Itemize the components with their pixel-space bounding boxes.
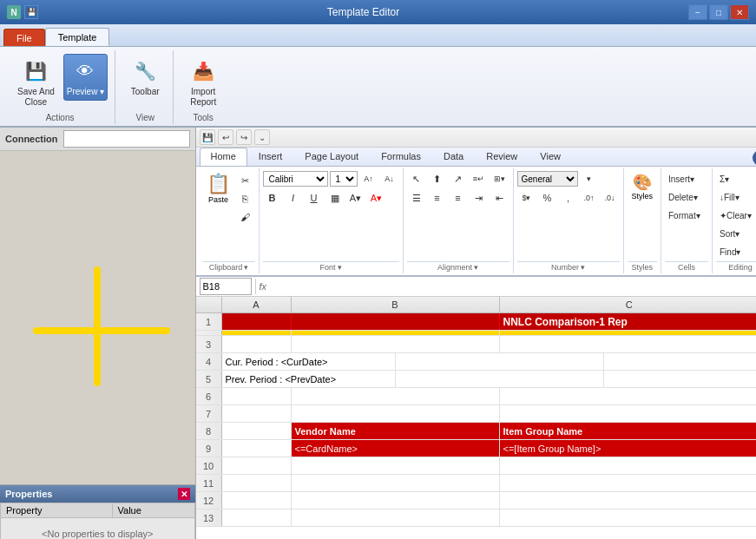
cell-6a[interactable] bbox=[222, 388, 292, 404]
close-button[interactable]: ✕ bbox=[730, 4, 749, 20]
fill-btn[interactable]: ↓Fill▾ bbox=[716, 188, 756, 206]
font-color-button[interactable]: A▾ bbox=[367, 189, 386, 207]
bold-button[interactable]: B bbox=[263, 189, 282, 207]
cell-5a[interactable]: Prev. Period : <PrevDate> bbox=[222, 371, 396, 387]
import-report-button[interactable]: 📥 ImportReport bbox=[182, 54, 224, 111]
border-button[interactable]: ▦ bbox=[325, 189, 345, 207]
cell-5c[interactable] bbox=[604, 371, 757, 387]
cell-9c[interactable]: <=[Item Group Name]> bbox=[500, 440, 757, 457]
increase-font-btn[interactable]: A↑ bbox=[359, 170, 378, 187]
cell-5b[interactable] bbox=[396, 371, 604, 387]
connection-input[interactable] bbox=[63, 130, 190, 148]
align-top-right-btn[interactable]: ↗ bbox=[449, 170, 468, 187]
properties-close-button[interactable]: ✕ bbox=[178, 488, 190, 500]
cell-reference-box[interactable]: B18 bbox=[200, 278, 252, 295]
find-select-btn[interactable]: Find▾ bbox=[716, 243, 756, 260]
delete-cells-btn[interactable]: Delete▾ bbox=[665, 188, 708, 206]
cell-3a[interactable] bbox=[222, 336, 292, 352]
excel-tab-review[interactable]: Review bbox=[475, 148, 529, 166]
cell-1c[interactable]: NNLC Comparison-1 Rep bbox=[500, 313, 757, 330]
number-format-btn[interactable]: ▾ bbox=[580, 170, 599, 187]
underline-button[interactable]: U bbox=[305, 189, 324, 207]
cell-2a[interactable] bbox=[222, 331, 292, 335]
cell-6b[interactable] bbox=[292, 388, 500, 404]
excel-redo-btn[interactable]: ↪ bbox=[236, 129, 252, 145]
paste-button[interactable]: 📋 Paste bbox=[203, 170, 234, 207]
cell-11a[interactable] bbox=[222, 475, 292, 491]
cell-8a[interactable] bbox=[222, 423, 292, 439]
fill-color-button[interactable]: A▾ bbox=[346, 189, 365, 207]
italic-button[interactable]: I bbox=[284, 189, 303, 207]
align-right-btn[interactable]: ≡ bbox=[449, 189, 468, 207]
cell-12a[interactable] bbox=[222, 492, 292, 509]
excel-undo-btn[interactable]: ↩ bbox=[218, 129, 233, 145]
align-center-btn[interactable]: ≡ bbox=[428, 189, 447, 207]
quick-save-icon[interactable]: 💾 bbox=[24, 5, 38, 19]
excel-tab-formulas[interactable]: Formulas bbox=[370, 148, 432, 166]
cell-7c[interactable] bbox=[500, 405, 757, 422]
cell-2c[interactable] bbox=[500, 331, 757, 335]
indent-btn[interactable]: ⇥ bbox=[470, 189, 489, 207]
number-format-select[interactable]: General bbox=[517, 171, 578, 187]
cell-6c[interactable] bbox=[500, 388, 757, 404]
excel-help-button[interactable]: ? bbox=[753, 150, 756, 166]
excel-tab-view[interactable]: View bbox=[529, 148, 572, 166]
align-top-left-btn[interactable]: ↖ bbox=[407, 170, 426, 187]
cell-10b[interactable] bbox=[292, 457, 500, 474]
preview-button[interactable]: 👁 Preview ▾ bbox=[63, 54, 108, 101]
cell-13b[interactable] bbox=[292, 509, 500, 526]
tab-file[interactable]: File bbox=[3, 29, 45, 46]
tab-template[interactable]: Template bbox=[45, 28, 110, 46]
cell-11b[interactable] bbox=[292, 475, 500, 491]
decrease-font-btn[interactable]: A↓ bbox=[380, 170, 399, 187]
format-cells-btn[interactable]: Format▾ bbox=[665, 207, 708, 224]
cell-10a[interactable] bbox=[222, 457, 292, 474]
font-size-select[interactable]: 11 bbox=[330, 171, 358, 187]
cell-2b[interactable] bbox=[292, 331, 500, 335]
excel-expand-btn[interactable]: ⌄ bbox=[254, 129, 270, 145]
cell-9b[interactable]: <=CardName> bbox=[292, 440, 500, 457]
cell-4a[interactable]: Cur. Period : <CurDate> bbox=[222, 353, 396, 370]
cell-1b[interactable] bbox=[292, 313, 500, 330]
excel-tab-home[interactable]: Home bbox=[200, 148, 247, 166]
cell-8c[interactable]: Item Group Name bbox=[500, 423, 757, 439]
cell-9a[interactable] bbox=[222, 440, 292, 457]
merge-btn[interactable]: ⊞▾ bbox=[490, 170, 509, 187]
align-top-center-btn[interactable]: ⬆ bbox=[428, 170, 447, 187]
currency-btn[interactable]: $▾ bbox=[517, 189, 536, 207]
cell-12c[interactable] bbox=[500, 492, 757, 509]
insert-cells-btn[interactable]: Insert▾ bbox=[665, 170, 708, 187]
styles-button[interactable]: 🎨 Styles bbox=[628, 170, 658, 203]
cell-3c[interactable] bbox=[500, 336, 757, 352]
format-painter-button[interactable]: 🖌 bbox=[236, 208, 255, 226]
sort-filter-btn[interactable]: Sort▾ bbox=[716, 225, 756, 242]
excel-tab-page-layout[interactable]: Page Layout bbox=[293, 148, 370, 166]
percent-btn[interactable]: % bbox=[538, 189, 557, 207]
cell-13a[interactable] bbox=[222, 509, 292, 526]
cell-3b[interactable] bbox=[292, 336, 500, 352]
cut-button[interactable]: ✂ bbox=[236, 172, 255, 189]
cell-4c[interactable] bbox=[604, 353, 757, 370]
maximize-button[interactable]: □ bbox=[709, 4, 728, 20]
cell-10c[interactable] bbox=[500, 457, 757, 474]
cell-7b[interactable] bbox=[292, 405, 500, 422]
wrap-text-btn[interactable]: ≡↵ bbox=[470, 170, 489, 187]
formula-input[interactable] bbox=[270, 278, 751, 295]
cell-1a[interactable] bbox=[222, 313, 292, 330]
save-close-button[interactable]: 💾 Save AndClose bbox=[12, 54, 60, 111]
minimize-button[interactable]: − bbox=[688, 4, 707, 20]
excel-tab-insert[interactable]: Insert bbox=[247, 148, 294, 166]
cell-13c[interactable] bbox=[500, 509, 757, 526]
cell-12b[interactable] bbox=[292, 492, 500, 509]
excel-save-btn[interactable]: 💾 bbox=[200, 129, 215, 145]
copy-button[interactable]: ⎘ bbox=[236, 190, 255, 207]
autosum-btn[interactable]: Σ▾ bbox=[716, 170, 756, 187]
cell-7a[interactable] bbox=[222, 405, 292, 422]
align-left-btn[interactable]: ☰ bbox=[407, 189, 426, 207]
clear-btn[interactable]: ✦Clear▾ bbox=[716, 207, 756, 224]
decrease-decimal-btn[interactable]: .0↓ bbox=[601, 189, 620, 207]
increase-decimal-btn[interactable]: .0↑ bbox=[580, 189, 599, 207]
font-name-select[interactable]: Calibri bbox=[263, 171, 328, 187]
comma-btn[interactable]: , bbox=[559, 189, 578, 207]
cell-11c[interactable] bbox=[500, 475, 757, 491]
